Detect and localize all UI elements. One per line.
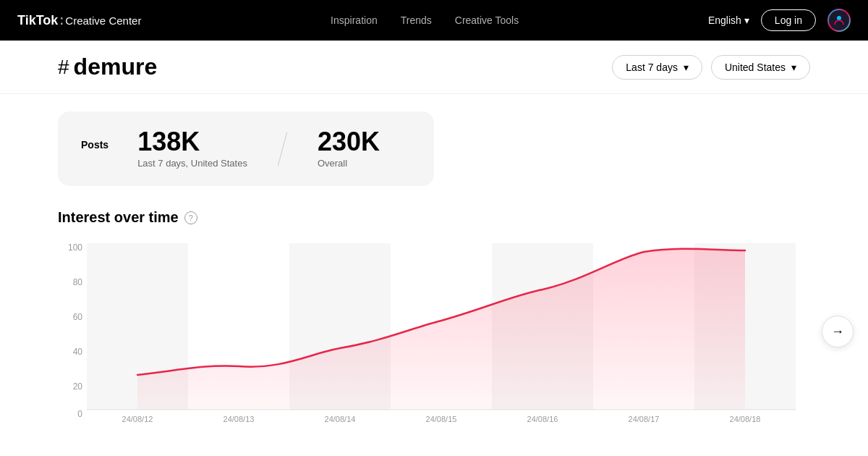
svg-text:60: 60 xyxy=(73,312,83,322)
avatar-button[interactable] xyxy=(827,9,851,32)
logo-tiktok: TikTok xyxy=(17,13,58,28)
svg-text:24/08/14: 24/08/14 xyxy=(325,415,356,423)
svg-text:80: 80 xyxy=(73,277,83,287)
language-label: English xyxy=(708,14,741,26)
chart-svg: 100 80 60 40 20 0 xyxy=(58,237,810,426)
header-right: English ▾ Log in xyxy=(708,9,851,32)
metric-period: 138K Last 7 days, United States xyxy=(137,129,247,169)
chart-wrapper: 100 80 60 40 20 0 xyxy=(58,237,810,426)
chart-title: Interest over time xyxy=(58,209,179,226)
page-header: # demure Last 7 days ▾ United States ▾ xyxy=(0,41,868,94)
svg-text:24/08/16: 24/08/16 xyxy=(527,415,558,423)
avatar-inner xyxy=(829,10,849,30)
metric-overall: 230K Overall xyxy=(318,129,380,169)
chart-area xyxy=(137,249,745,410)
login-button[interactable]: Log in xyxy=(761,9,816,31)
posts-metrics: 138K Last 7 days, United States 230K Ove… xyxy=(137,129,380,169)
chart-next-button[interactable]: → xyxy=(822,316,854,347)
svg-text:20: 20 xyxy=(73,381,83,392)
main-nav: Inspiration Trends Creative Tools xyxy=(170,14,679,26)
hash-symbol: # xyxy=(58,56,69,79)
svg-point-0 xyxy=(837,16,841,20)
language-selector[interactable]: English ▾ xyxy=(708,14,749,26)
svg-text:40: 40 xyxy=(73,347,83,357)
main-content: Posts 138K Last 7 days, United States 23… xyxy=(0,94,868,443)
region-filter[interactable]: United States ▾ xyxy=(711,55,810,80)
chart-title-row: Interest over time ? xyxy=(58,209,810,226)
posts-label: Posts xyxy=(81,139,109,151)
svg-text:24/08/15: 24/08/15 xyxy=(426,415,457,423)
logo-separator: : xyxy=(59,13,64,28)
hashtag-word: demure xyxy=(74,54,158,80)
logo-subtitle: Creative Center xyxy=(65,14,141,27)
nav-inspiration[interactable]: Inspiration xyxy=(331,14,378,26)
language-chevron: ▾ xyxy=(744,14,749,26)
chart-container: 100 80 60 40 20 0 xyxy=(58,237,810,426)
hashtag-title: # demure xyxy=(58,54,157,80)
overall-value: 230K xyxy=(318,129,380,155)
period-filter[interactable]: Last 7 days ▾ xyxy=(612,55,702,80)
filters: Last 7 days ▾ United States ▾ xyxy=(612,55,810,80)
svg-text:24/08/18: 24/08/18 xyxy=(730,415,761,423)
posts-card: Posts 138K Last 7 days, United States 23… xyxy=(58,111,434,186)
overall-sub: Overall xyxy=(318,158,380,169)
chart-section: Interest over time ? 100 80 60 40 20 0 xyxy=(58,209,810,426)
region-filter-label: United States xyxy=(725,62,786,73)
period-value: 138K xyxy=(137,129,247,155)
nav-trends[interactable]: Trends xyxy=(401,14,432,26)
period-filter-label: Last 7 days xyxy=(626,62,678,73)
header: TikTok : Creative Center Inspiration Tre… xyxy=(0,0,868,41)
nav-creative-tools[interactable]: Creative Tools xyxy=(455,14,519,26)
svg-text:24/08/12: 24/08/12 xyxy=(122,415,153,423)
period-chevron-icon: ▾ xyxy=(684,62,689,73)
svg-text:0: 0 xyxy=(77,409,82,419)
chart-info-icon[interactable]: ? xyxy=(184,211,197,224)
svg-text:24/08/17: 24/08/17 xyxy=(629,415,660,423)
svg-text:24/08/13: 24/08/13 xyxy=(224,415,255,423)
svg-text:100: 100 xyxy=(68,242,82,253)
logo: TikTok : Creative Center xyxy=(17,13,141,28)
region-chevron-icon: ▾ xyxy=(791,62,796,73)
metrics-divider xyxy=(278,132,287,166)
period-sub: Last 7 days, United States xyxy=(137,158,247,169)
